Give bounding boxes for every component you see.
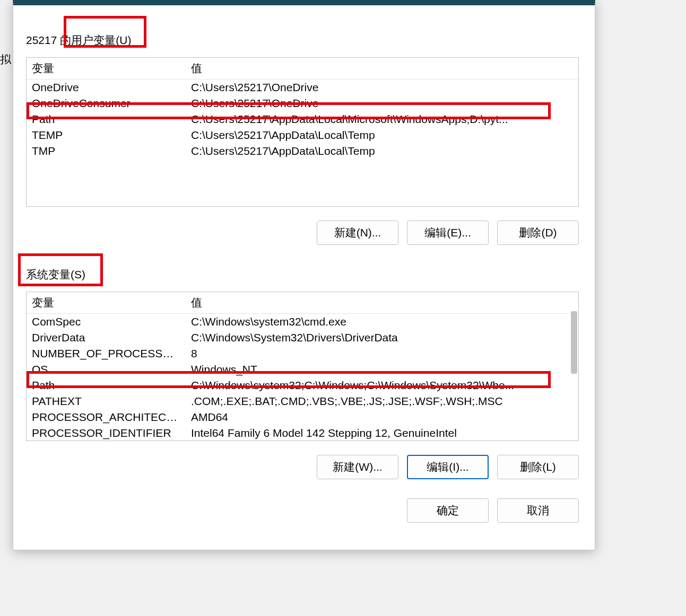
cell-var-value: C:\Windows\system32;C:\Windows;C:\Window… (186, 377, 578, 393)
user-variables-section: 25217 的用户变量(U) 变量 值 OneDriveC:\Users\252… (26, 31, 582, 245)
background-window-fragment: 拟 (0, 52, 11, 67)
table-row[interactable]: TMPC:\Users\25217\AppData\Local\Temp (27, 143, 578, 159)
system-edit-button[interactable]: 编辑(I)... (407, 455, 489, 479)
cell-var-value: C:\Windows\System32\Drivers\DriverData (186, 330, 578, 346)
col-header-value[interactable]: 值 (186, 58, 578, 79)
cell-var-name: OS (27, 362, 186, 377)
cell-var-value: C:\Windows\system32\cmd.exe (186, 314, 578, 330)
cancel-button[interactable]: 取消 (497, 498, 579, 523)
cell-var-name: Path (27, 111, 186, 127)
table-row[interactable]: PROCESSOR_ARCHITECTU...AMD64 (27, 409, 578, 425)
table-header: 变量 值 (27, 58, 578, 80)
table-row[interactable]: TEMPC:\Users\25217\AppData\Local\Temp (27, 127, 578, 143)
cell-var-value: C:\Users\25217\OneDrive (186, 95, 578, 111)
cell-var-value: AMD64 (186, 409, 578, 425)
system-variables-label: 系统变量(S) (26, 265, 85, 284)
cell-var-value: .COM;.EXE;.BAT;.CMD;.VBS;.VBE;.JS;.JSE;.… (186, 393, 578, 409)
cell-var-name: TMP (27, 143, 186, 159)
cell-var-name: DriverData (27, 330, 186, 346)
col-header-name[interactable]: 变量 (27, 58, 186, 79)
table-row[interactable]: DriverDataC:\Windows\System32\Drivers\Dr… (27, 330, 578, 346)
table-row[interactable]: PathC:\Windows\system32;C:\Windows;C:\Wi… (27, 377, 578, 393)
system-delete-button[interactable]: 删除(L) (497, 455, 579, 479)
cell-var-name: OneDrive (27, 80, 186, 95)
system-variables-table[interactable]: 变量 值 ComSpecC:\Windows\system32\cmd.exeD… (26, 292, 579, 441)
table-row[interactable]: ComSpecC:\Windows\system32\cmd.exe (27, 314, 578, 330)
cell-var-value: Windows_NT (186, 362, 578, 377)
cell-var-name: OneDriveConsumer (27, 95, 186, 111)
user-variables-table[interactable]: 变量 值 OneDriveC:\Users\25217\OneDriveOneD… (26, 57, 579, 207)
table-row[interactable]: OSWindows_NT (27, 362, 578, 377)
cell-var-name: Path (27, 377, 186, 393)
scrollbar-thumb[interactable] (571, 311, 577, 374)
cell-var-name: TEMP (27, 127, 186, 143)
ok-button[interactable]: 确定 (407, 498, 489, 523)
cell-var-value: C:\Users\25217\AppData\Local\Temp (186, 143, 578, 159)
col-header-value[interactable]: 值 (186, 292, 578, 313)
system-variables-section: 系统变量(S) 变量 值 ComSpecC:\Windows\system32\… (26, 265, 582, 479)
system-new-button[interactable]: 新建(W)... (317, 455, 398, 479)
table-row[interactable]: PathC:\Users\25217\AppData\Local\Microso… (27, 111, 578, 127)
dialog-footer: 确定 取消 (26, 498, 579, 523)
cell-var-value: C:\Users\25217\AppData\Local\Temp (186, 127, 578, 143)
cell-var-value: 8 (186, 346, 578, 362)
table-row[interactable]: PROCESSOR_IDENTIFIERIntel64 Family 6 Mod… (27, 425, 578, 441)
cell-var-name: PATHEXT (27, 393, 186, 409)
table-row[interactable]: OneDriveC:\Users\25217\OneDrive (27, 80, 578, 95)
table-row[interactable]: NUMBER_OF_PROCESSORS8 (27, 346, 578, 362)
cell-var-value: Intel64 Family 6 Model 142 Stepping 12, … (186, 425, 578, 441)
cell-var-name: ComSpec (27, 314, 186, 330)
table-row[interactable]: PATHEXT.COM;.EXE;.BAT;.CMD;.VBS;.VBE;.JS… (27, 393, 578, 409)
user-edit-button[interactable]: 编辑(E)... (407, 221, 489, 245)
table-row[interactable]: OneDriveConsumerC:\Users\25217\OneDrive (27, 95, 578, 111)
user-delete-button[interactable]: 删除(D) (497, 221, 579, 245)
cell-var-value: C:\Users\25217\AppData\Local\Microsoft\W… (186, 111, 578, 127)
user-variables-label: 25217 的用户变量(U) (26, 31, 131, 50)
col-header-name[interactable]: 变量 (27, 292, 186, 313)
user-new-button[interactable]: 新建(N)... (317, 221, 398, 245)
environment-variables-dialog: 25217 的用户变量(U) 变量 值 OneDriveC:\Users\252… (13, 0, 595, 550)
cell-var-name: NUMBER_OF_PROCESSORS (27, 346, 186, 362)
cell-var-name: PROCESSOR_ARCHITECTU... (27, 409, 186, 425)
cell-var-name: PROCESSOR_IDENTIFIER (27, 425, 186, 441)
table-header: 变量 值 (27, 292, 578, 314)
user-buttons-row: 新建(N)... 编辑(E)... 删除(D) (26, 221, 579, 245)
system-buttons-row: 新建(W)... 编辑(I)... 删除(L) (26, 455, 579, 479)
cell-var-value: C:\Users\25217\OneDrive (186, 80, 578, 95)
